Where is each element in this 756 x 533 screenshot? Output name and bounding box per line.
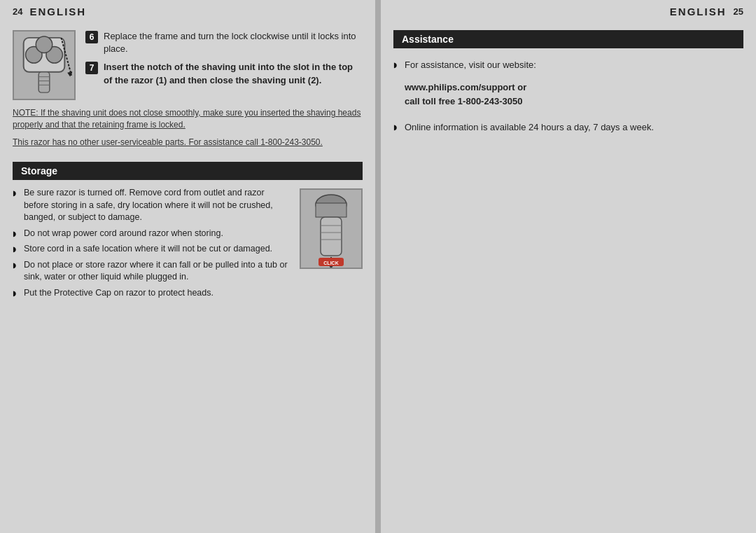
svg-rect-12 — [321, 217, 342, 256]
right-header: ENGLISH 25 — [381, 0, 756, 23]
right-page-title: ENGLISH — [670, 6, 727, 18]
step-7-bold: Insert the notch of the shaving unit int… — [104, 62, 353, 85]
storage-bullet-5: ◗ Put the Protective Cap on razor to pro… — [13, 287, 290, 300]
step-6-text: Replace the frame and turn the lock cloc… — [104, 30, 363, 55]
storage-bullet-1-text: Be sure razor is turned off. Remove cord… — [24, 187, 290, 224]
razor-svg-bottom: CLICK — [303, 191, 359, 268]
website-line2: call toll free 1-800-243-3050 — [405, 95, 743, 109]
storage-bullet-3: ◗ Store cord in a safe location where it… — [13, 243, 290, 256]
step-7-text: Insert the notch of the shaving unit int… — [104, 61, 363, 86]
assistance-bullet-2-text: Online information is available 24 hours… — [405, 120, 654, 134]
storage-bullet-4: ◗ Do not place or store razor where it c… — [13, 259, 290, 284]
left-page-title: ENGLISH — [29, 6, 86, 18]
note-text: NOTE: If the shaving unit does not close… — [13, 107, 363, 131]
serviceable-text: This razor has no other user-serviceable… — [13, 137, 363, 148]
assistance-bullet-2: ◗ Online information is available 24 hou… — [393, 120, 743, 134]
storage-bullet-2-text: Do not wrap power cord around razor when… — [24, 228, 223, 240]
right-page-number: 25 — [734, 6, 743, 17]
storage-bullet-2: ◗ Do not wrap power cord around razor wh… — [13, 228, 290, 240]
step-6: 6 Replace the frame and turn the lock cl… — [85, 30, 363, 55]
razor-illustration-bottom: CLICK — [300, 188, 363, 269]
storage-bullet-5-text: Put the Protective Cap on razor to prote… — [24, 287, 214, 300]
svg-rect-6 — [38, 72, 50, 92]
steps-column: 6 Replace the frame and turn the lock cl… — [85, 30, 363, 100]
left-page-number: 24 — [13, 6, 22, 17]
website-line1: www.philips.com/support or — [405, 81, 743, 95]
assistance-header: Assistance — [393, 30, 743, 48]
assistance-bullet-icon-2: ◗ — [393, 122, 400, 132]
bullet-icon-3: ◗ — [13, 244, 20, 254]
storage-bullet-1: ◗ Be sure razor is turned off. Remove co… — [13, 187, 290, 224]
storage-header: Storage — [13, 162, 363, 180]
storage-bullet-3-text: Store cord in a safe location where it w… — [24, 243, 272, 256]
storage-list: ◗ Be sure razor is turned off. Remove co… — [13, 187, 290, 299]
assistance-bullet-1: ◗ For assistance, visit our website: — [393, 58, 743, 72]
bullet-icon-4: ◗ — [13, 261, 20, 270]
razor-illustration-top — [13, 30, 76, 100]
razor-svg-top — [16, 34, 72, 96]
website-block: www.philips.com/support or call toll fre… — [405, 81, 743, 110]
bullet-icon-2: ◗ — [13, 229, 20, 239]
step-7-number: 7 — [85, 62, 98, 74]
storage-bottom: ◗ Be sure razor is turned off. Remove co… — [13, 187, 363, 299]
storage-bullet-4-text: Do not place or store razor where it can… — [24, 259, 290, 284]
left-content: 6 Replace the frame and turn the lock cl… — [0, 23, 375, 533]
left-page: 24 ENGLISH — [0, 0, 375, 533]
center-divider — [375, 0, 381, 533]
svg-marker-5 — [67, 71, 72, 77]
svg-text:CLICK: CLICK — [323, 261, 338, 265]
step-6-number: 6 — [85, 31, 98, 43]
right-content: Assistance ◗ For assistance, visit our w… — [381, 23, 756, 533]
storage-section: Storage ◗ Be sure razor is turned off. R… — [13, 162, 363, 299]
svg-rect-11 — [316, 203, 346, 217]
assistance-bullet-1-text: For assistance, visit our website: — [405, 58, 536, 72]
bullet-icon-1: ◗ — [13, 188, 20, 198]
svg-point-3 — [36, 36, 52, 53]
page-wrapper: 24 ENGLISH — [0, 0, 756, 533]
left-header: 24 ENGLISH — [0, 0, 375, 23]
assistance-bullet-icon-1: ◗ — [393, 60, 400, 70]
top-section: 6 Replace the frame and turn the lock cl… — [13, 30, 363, 100]
bullet-icon-5: ◗ — [13, 289, 20, 298]
right-page: ENGLISH 25 Assistance ◗ For assistance, … — [381, 0, 756, 533]
step-7: 7 Insert the notch of the shaving unit i… — [85, 61, 363, 86]
